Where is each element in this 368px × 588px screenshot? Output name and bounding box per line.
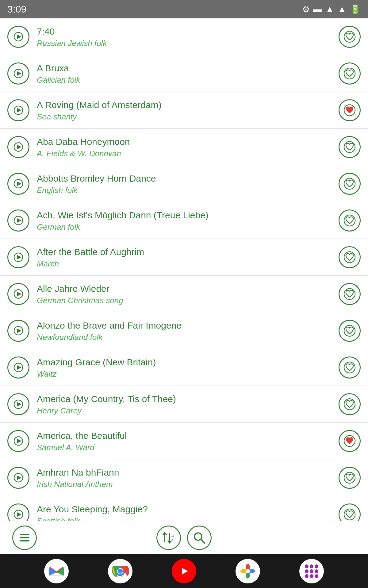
song-subtitle: English folk xyxy=(37,186,331,195)
song-info: Alle Jahre WiederGerman Christmas song xyxy=(29,283,339,305)
sort-button[interactable]: a z xyxy=(156,526,181,550)
svg-point-20 xyxy=(344,252,355,263)
song-item: Abbotts Bromley Horn DanceEnglish folk xyxy=(0,165,368,202)
youtube-app-icon[interactable] xyxy=(172,559,196,583)
play-button[interactable] xyxy=(7,430,29,452)
play-button[interactable] xyxy=(7,320,29,342)
song-title: Ach, Wie Ist's Möglich Dann (Treue Liebe… xyxy=(37,209,331,221)
favorite-button[interactable] xyxy=(339,320,361,342)
favorite-button[interactable] xyxy=(339,62,361,85)
song-item: A Roving (Maid of Amsterdam)Sea shanty xyxy=(0,92,368,129)
favorite-button[interactable] xyxy=(339,430,361,452)
play-button[interactable] xyxy=(7,62,29,85)
song-info: Alonzo the Brave and Fair ImogeneNewfoun… xyxy=(29,319,339,342)
song-title: After the Battle of Aughrim xyxy=(37,246,331,258)
favorite-button[interactable] xyxy=(339,173,361,195)
svg-point-32 xyxy=(344,399,355,410)
toolbar-spacer xyxy=(331,526,356,550)
play-button[interactable] xyxy=(7,136,29,158)
photos-app-icon[interactable] xyxy=(236,559,260,583)
svg-point-38 xyxy=(344,472,355,483)
svg-marker-13 xyxy=(17,182,21,186)
play-button[interactable] xyxy=(7,503,29,521)
song-info: A BruxaGalician folk xyxy=(29,62,339,85)
song-list: 7:40Russian Jewish folk A BruxaGalician … xyxy=(0,18,368,521)
song-item: Alonzo the Brave and Fair ImogeneNewfoun… xyxy=(0,312,368,349)
song-title: Amhran Na bhFiann xyxy=(37,466,331,478)
favorite-button[interactable] xyxy=(339,393,361,415)
song-subtitle: March xyxy=(37,259,331,269)
song-title: America, the Beautiful xyxy=(37,430,331,442)
play-button[interactable] xyxy=(7,209,29,232)
song-subtitle: Galician folk xyxy=(37,75,331,85)
grid-inner xyxy=(305,564,318,578)
favorite-button[interactable] xyxy=(339,503,361,521)
svg-point-60 xyxy=(118,569,123,574)
song-item: America, the BeautifulSamuel A. Ward xyxy=(0,423,368,459)
song-subtitle: Sea shanty xyxy=(37,112,331,122)
song-title: Abbotts Bromley Horn Dance xyxy=(37,172,331,184)
song-info: A Roving (Maid of Amsterdam)Sea shanty xyxy=(29,99,339,122)
song-subtitle: Newfoundland folk xyxy=(37,333,331,342)
favorite-button[interactable] xyxy=(339,246,361,268)
battery-icon: 🔋 xyxy=(350,4,361,14)
play-button[interactable] xyxy=(7,99,29,121)
svg-point-26 xyxy=(344,325,355,336)
song-title: Amazing Grace (New Britain) xyxy=(37,356,331,368)
favorite-button[interactable] xyxy=(339,99,361,121)
favorite-button[interactable] xyxy=(339,283,361,305)
chrome-app-icon[interactable] xyxy=(108,559,132,583)
song-item: Amhran Na bhFiannIrish National Anthem xyxy=(0,459,368,496)
song-info: Amhran Na bhFiannIrish National Anthem xyxy=(29,466,339,489)
svg-marker-34 xyxy=(17,439,21,443)
svg-point-14 xyxy=(344,178,355,189)
song-item: Amazing Grace (New Britain)Waltz xyxy=(0,349,368,386)
favorite-button[interactable] xyxy=(339,26,361,48)
song-title: A Bruxa xyxy=(37,62,331,74)
svg-marker-40 xyxy=(17,512,21,517)
play-button[interactable] xyxy=(7,246,29,268)
svg-marker-4 xyxy=(17,71,21,76)
svg-marker-37 xyxy=(17,476,21,480)
sd-card-icon: ▬ xyxy=(313,4,322,14)
song-info: America (My Country, Tis of Thee)Henry C… xyxy=(29,393,339,416)
bottom-toolbar: a z xyxy=(0,521,368,554)
song-item: Alle Jahre WiederGerman Christmas song xyxy=(0,276,368,312)
svg-marker-1 xyxy=(17,35,21,39)
menu-button[interactable] xyxy=(12,526,37,550)
song-subtitle: Waltz xyxy=(37,369,331,379)
svg-point-23 xyxy=(344,288,355,300)
svg-point-41 xyxy=(344,509,355,520)
svg-text:z: z xyxy=(171,537,174,542)
search-button[interactable] xyxy=(187,526,212,550)
play-button[interactable] xyxy=(7,356,29,379)
svg-marker-22 xyxy=(17,292,21,296)
apps-grid-icon[interactable] xyxy=(299,559,324,583)
song-subtitle: Henry Carey xyxy=(37,406,331,416)
play-button[interactable] xyxy=(7,467,29,489)
play-button[interactable] xyxy=(7,26,29,48)
favorite-button[interactable] xyxy=(339,209,361,232)
song-title: Are You Sleeping, Maggie? xyxy=(37,503,331,515)
song-subtitle: Samuel A. Ward xyxy=(37,443,331,452)
svg-text:a: a xyxy=(171,533,174,538)
song-title: A Roving (Maid of Amsterdam) xyxy=(37,99,331,111)
song-item: Are You Sleeping, Maggie?Scottish folk xyxy=(0,496,368,521)
play-button[interactable] xyxy=(7,283,29,305)
song-subtitle: Russian Jewish folk xyxy=(37,39,331,48)
play-button[interactable] xyxy=(7,173,29,195)
song-info: After the Battle of AughrimMarch xyxy=(29,246,339,269)
svg-marker-28 xyxy=(17,365,21,370)
favorite-button[interactable] xyxy=(339,136,361,158)
status-bar: 3:09 ⚙ ▬ ▲ ▲ 🔋 xyxy=(0,0,368,18)
status-icons: ⚙ ▬ ▲ ▲ 🔋 xyxy=(302,4,361,14)
song-info: Aba Daba HoneymoonA. Fields & W. Donovan xyxy=(29,136,339,158)
gmail-app-icon[interactable] xyxy=(44,559,69,583)
svg-marker-16 xyxy=(17,218,21,223)
favorite-button[interactable] xyxy=(339,467,361,489)
svg-marker-25 xyxy=(17,329,21,333)
gear-icon: ⚙ xyxy=(302,4,310,14)
favorite-button[interactable] xyxy=(339,356,361,379)
play-button[interactable] xyxy=(7,393,29,415)
android-nav-bar xyxy=(0,554,368,588)
